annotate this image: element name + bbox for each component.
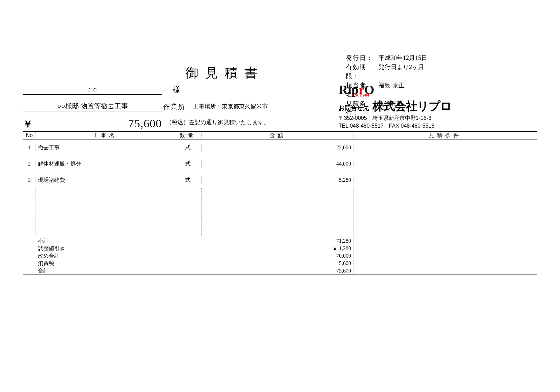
cell-no: 3 [23, 177, 36, 183]
summary-label: 改め合計 [36, 253, 174, 260]
summary-label: 小計 [36, 238, 174, 245]
cell-qty: 式 [174, 160, 202, 168]
summary-amount: ▲ 1,280 [202, 245, 353, 252]
th-name: 工事名 [36, 132, 174, 139]
client-line: ○○ 様 [23, 85, 162, 95]
table-row: 2解体材運搬・処分式44,000 [23, 156, 537, 172]
issue-date: 平成30年12月15日 [379, 53, 427, 63]
cell-amount: 44,000 [202, 161, 353, 167]
company-name: 株式会社リプロ [372, 99, 452, 114]
cell-name: 現場諸経費 [36, 177, 174, 184]
th-no: No [23, 132, 36, 138]
company-address: 〒352-0005 埼玉県新座市中野1-16-3 [339, 115, 498, 122]
summary-amount: 75,600 [202, 268, 353, 274]
table-empty-area [23, 188, 537, 237]
summary-amount: 5,600 [202, 260, 353, 266]
th-qty: 数量 [174, 132, 202, 139]
summary-label: 消費税 [36, 260, 174, 267]
summary-amount: 71,280 [202, 238, 353, 244]
summary-row: 合計75,600 [23, 267, 537, 275]
summary-amount: 70,000 [202, 253, 353, 259]
summary-row: 小計71,280 [23, 237, 537, 245]
document-title: 御見積書 [0, 64, 264, 82]
cell-name: 解体材運搬・処分 [36, 160, 174, 168]
work-name: ○○様邸 物置等撤去工事 [23, 102, 162, 111]
company-block: RiprO SINCE 2001 お問合せ先 株式会社リプロ 〒352-0005… [339, 85, 498, 130]
cell-amount: 22,000 [202, 145, 353, 151]
work-suffix: 作業所 [163, 102, 186, 111]
summary-row: 改め合計70,000 [23, 252, 537, 260]
workplace-note: 工事場所：東京都東久留米市 [193, 103, 268, 110]
work-line: ○○様邸 物置等撤去工事 作業所 [23, 102, 162, 111]
issue-date-label: 発行日 [346, 53, 379, 63]
summary-row: 調整値引き▲ 1,280 [23, 245, 537, 252]
company-tel-fax: TEL 048-480-5517 FAX 048-480-5518 [339, 123, 498, 130]
cell-amount: 5,280 [202, 177, 353, 183]
estimate-table: No 工事名 数量 金額 見積条件 1撤去工事式22,0002解体材運搬・処分式… [23, 131, 537, 275]
contact-label: お問合せ先 [339, 104, 369, 112]
cell-qty: 式 [174, 144, 202, 151]
cell-no: 1 [23, 145, 36, 151]
table-row: 3現場諸経費式5,280 [23, 172, 537, 188]
th-amount: 金額 [202, 132, 353, 139]
valid-label: 有効期限 [346, 63, 379, 81]
summary-label: 調整値引き [36, 245, 174, 252]
yen-symbol: ￥ [23, 118, 33, 131]
tax-note: （税込）左記の通り御見積いたします。 [166, 118, 270, 126]
summary-label: 合計 [36, 267, 174, 275]
summary-row: 消費税5,600 [23, 260, 537, 267]
th-cond: 見積条件 [353, 132, 537, 139]
client-suffix: 様 [173, 85, 181, 95]
cell-qty: 式 [174, 177, 202, 184]
valid-value: 発行日より2ヶ月 [379, 63, 424, 81]
cell-name: 撤去工事 [36, 144, 174, 151]
total-amount: 75,600 [33, 117, 162, 130]
table-header: No 工事名 数量 金額 見積条件 [23, 131, 537, 139]
client-name: ○○ [23, 85, 162, 94]
cell-no: 2 [23, 161, 36, 167]
table-row: 1撤去工事式22,000 [23, 139, 537, 156]
total-line: ￥ 75,600 [23, 117, 162, 131]
